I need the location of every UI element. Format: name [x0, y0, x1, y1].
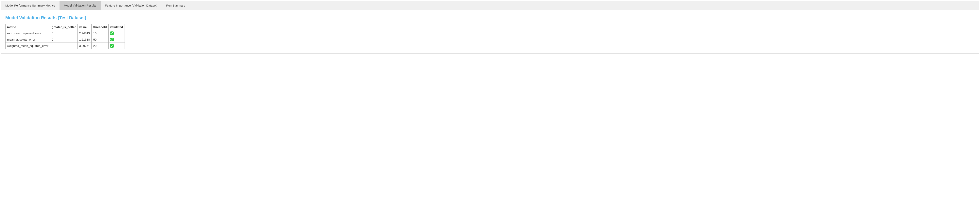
cell-threshold: 10: [92, 30, 108, 37]
col-metric: metric: [6, 24, 50, 30]
col-value: value: [78, 24, 92, 30]
check-icon: [110, 44, 114, 48]
section-title: Model Validation Results (Test Dataset): [5, 15, 975, 21]
tab-model-performance-summary-metrics[interactable]: Model Performance Summary Metrics: [1, 1, 59, 10]
cell-value: 2.24819: [78, 30, 92, 37]
cell-validated: [108, 30, 124, 37]
cell-greater-is-better: 0: [50, 30, 78, 37]
cell-greater-is-better: 0: [50, 43, 78, 49]
cell-value: 3.29751: [78, 43, 92, 49]
cell-value: 1.51318: [78, 37, 92, 43]
tab-feature-importance-validation-dataset[interactable]: Feature Importance (Validation Dataset): [101, 1, 162, 10]
table-header-row: metric greater_is_better value threshold…: [6, 24, 125, 30]
results-panel: Model Performance Summary Metrics Model …: [1, 1, 979, 54]
cell-greater-is-better: 0: [50, 37, 78, 43]
cell-metric: mean_absolute_error: [6, 37, 50, 43]
col-greater-is-better: greater_is_better: [50, 24, 78, 30]
cell-metric: root_mean_squared_error: [6, 30, 50, 37]
col-validated: validated: [108, 24, 124, 30]
table-row: root_mean_squared_error 0 2.24819 10: [6, 30, 125, 37]
tab-model-validation-results[interactable]: Model Validation Results: [59, 1, 101, 10]
table-row: mean_absolute_error 0 1.51318 50: [6, 37, 125, 43]
cell-threshold: 50: [92, 37, 108, 43]
tab-bar: Model Performance Summary Metrics Model …: [1, 1, 979, 10]
col-threshold: threshold: [92, 24, 108, 30]
cell-metric: weighted_mean_squared_error: [6, 43, 50, 49]
tab-run-summary[interactable]: Run Summary: [162, 1, 189, 10]
cell-threshold: 20: [92, 43, 108, 49]
check-icon: [110, 32, 114, 35]
check-icon: [110, 38, 114, 41]
cell-validated: [108, 43, 124, 49]
table-row: weighted_mean_squared_error 0 3.29751 20: [6, 43, 125, 49]
validation-results-table: metric greater_is_better value threshold…: [5, 24, 125, 49]
cell-validated: [108, 37, 124, 43]
tab-content: Model Validation Results (Test Dataset) …: [1, 10, 979, 53]
